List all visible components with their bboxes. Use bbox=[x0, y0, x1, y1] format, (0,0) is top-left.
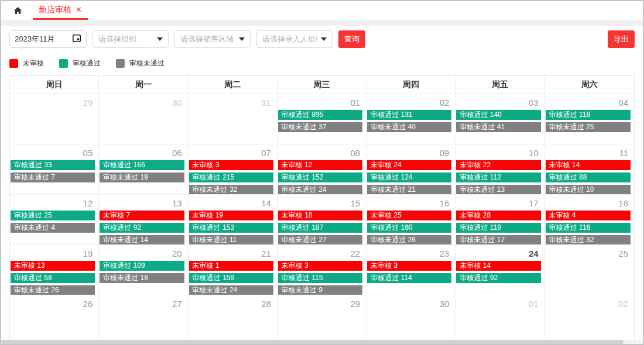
event-bar-failed[interactable]: 审核未通过 11 bbox=[189, 235, 273, 245]
event-bar-passed[interactable]: 审核通过 160 bbox=[367, 223, 451, 233]
event-bar-passed[interactable]: 审核通过 140 bbox=[456, 110, 540, 120]
event-bar-failed[interactable]: 审核未通过 40 bbox=[367, 122, 451, 132]
event-bar-passed[interactable]: 审核通过 114 bbox=[367, 273, 451, 283]
event-bar-passed[interactable]: 审核通过 88 bbox=[546, 172, 631, 182]
event-bar-passed[interactable]: 审核通过 119 bbox=[456, 223, 540, 233]
event-bar-unreviewed[interactable]: 未审核 14 bbox=[546, 160, 631, 170]
date-number: 01 bbox=[278, 94, 366, 110]
event-bar-passed[interactable]: 审核通过 124 bbox=[367, 172, 451, 182]
event-bar-failed[interactable]: 审核未通过 7 bbox=[11, 172, 95, 182]
event-bar-failed[interactable]: 审核未通过 25 bbox=[546, 122, 631, 132]
event-bar-failed[interactable]: 审核未通过 4 bbox=[11, 223, 95, 233]
event-bar-failed[interactable]: 审核未通过 10 bbox=[546, 185, 631, 195]
event-bar-failed[interactable]: 审核未通过 32 bbox=[546, 235, 631, 245]
query-button[interactable]: 查询 bbox=[338, 30, 365, 48]
event-bar-passed[interactable]: 审核通过 187 bbox=[278, 223, 362, 233]
org-select[interactable]: 请选择组织 bbox=[93, 30, 169, 48]
event-bar-passed[interactable]: 审核通过 215 bbox=[189, 172, 273, 182]
day-cell: 14未审核 19审核通过 153审核未通过 11 bbox=[189, 195, 278, 245]
event-bar-passed[interactable]: 审核通过 33 bbox=[11, 160, 95, 170]
legend-item-unreviewed: 未审核 bbox=[9, 58, 44, 68]
date-number: 12 bbox=[10, 195, 98, 211]
day-cell: 26 bbox=[10, 295, 99, 345]
horizontal-scrollbar bbox=[1, 340, 643, 344]
day-cell: 18未审核 4审核通过 116审核未通过 32 bbox=[545, 195, 634, 245]
event-bar-failed[interactable]: 审核未通过 24 bbox=[278, 185, 362, 195]
export-button[interactable]: 导出 bbox=[608, 30, 635, 48]
event-bar-unreviewed[interactable]: 未审核 22 bbox=[456, 160, 540, 170]
event-bar-passed[interactable]: 审核通过 895 bbox=[278, 110, 362, 120]
event-bar-passed[interactable]: 审核通过 92 bbox=[100, 223, 184, 233]
event-bar-passed[interactable]: 审核通过 109 bbox=[100, 261, 184, 271]
event-bar-passed[interactable]: 审核通过 58 bbox=[11, 273, 95, 283]
event-bar-failed[interactable]: 审核未通过 21 bbox=[367, 185, 451, 195]
event-bar-passed[interactable]: 审核通过 115 bbox=[278, 273, 362, 283]
event-bar-unreviewed[interactable]: 未审核 3 bbox=[367, 261, 451, 271]
event-bar-failed[interactable]: 审核未通过 27 bbox=[278, 235, 362, 245]
event-bar-unreviewed[interactable]: 未审核 28 bbox=[456, 211, 540, 220]
event-bar-passed[interactable]: 审核通过 112 bbox=[456, 172, 540, 182]
date-number: 06 bbox=[99, 144, 187, 160]
event-bar-unreviewed[interactable]: 未审核 13 bbox=[11, 261, 95, 271]
event-bar-passed[interactable]: 审核通过 25 bbox=[11, 211, 95, 220]
event-bar-failed[interactable]: 审核未通过 18 bbox=[100, 273, 184, 283]
chevron-down-icon bbox=[239, 37, 245, 41]
event-bar-unreviewed[interactable]: 未审核 18 bbox=[278, 211, 362, 220]
event-bar-passed[interactable]: 审核通过 92 bbox=[456, 273, 540, 283]
event-bar-unreviewed[interactable]: 未审核 25 bbox=[367, 211, 451, 220]
event-bar-passed[interactable]: 审核通过 153 bbox=[189, 223, 273, 233]
event-bar-failed[interactable]: 审核未通过 41 bbox=[456, 122, 540, 132]
event-bar-passed[interactable]: 审核通过 131 bbox=[367, 110, 451, 120]
entry-org-select[interactable]: 请选择录入人组织 bbox=[256, 30, 333, 48]
calendar-icon bbox=[72, 33, 81, 45]
sales-region-select[interactable]: 请选择销售区域 bbox=[174, 30, 251, 48]
event-bar-unreviewed[interactable]: 未审核 4 bbox=[546, 211, 631, 220]
event-bar-unreviewed[interactable]: 未审核 7 bbox=[100, 211, 184, 220]
event-bar-passed[interactable]: 审核通过 118 bbox=[546, 110, 631, 120]
event-bar-passed[interactable]: 审核通过 152 bbox=[278, 172, 362, 182]
home-icon[interactable] bbox=[12, 5, 23, 16]
date-number: 29 bbox=[10, 94, 98, 110]
day-cell: 11未审核 14审核通过 88审核未通过 10 bbox=[545, 144, 634, 195]
day-cell: 17未审核 28审核通过 119审核未通过 17 bbox=[455, 195, 544, 245]
tab-new-store-audit[interactable]: 新店审核 ✕ bbox=[33, 1, 88, 20]
tab-label: 新店审核 bbox=[39, 5, 71, 15]
event-bar-failed[interactable]: 审核未通过 13 bbox=[456, 185, 540, 195]
day-cell: 04审核通过 118审核未通过 25 bbox=[545, 94, 634, 144]
event-bar-failed[interactable]: 审核未通过 32 bbox=[189, 185, 273, 195]
horizontal-scrollbar-thumb[interactable] bbox=[1, 340, 624, 344]
event-bar-passed[interactable]: 审核通过 116 bbox=[546, 223, 631, 233]
month-picker-value: 2023年11月 bbox=[15, 34, 54, 44]
event-bar-passed[interactable]: 审核通过 159 bbox=[189, 273, 273, 283]
event-bar-failed[interactable]: 审核未通过 9 bbox=[278, 285, 362, 295]
event-bar-unreviewed[interactable]: 未审核 3 bbox=[189, 160, 273, 170]
event-bar-unreviewed[interactable]: 未审核 12 bbox=[278, 160, 362, 170]
event-bar-failed[interactable]: 审核未通过 26 bbox=[367, 235, 451, 245]
event-bar-unreviewed[interactable]: 未审核 3 bbox=[278, 261, 362, 271]
audit-calendar: 周日周一周二周三周四周五周六 29303101审核通过 895审核未通过 370… bbox=[9, 75, 635, 345]
day-cell: 06审核通过 166审核未通过 19 bbox=[99, 144, 188, 195]
day-cell: 29 bbox=[10, 94, 99, 144]
tab-close-icon[interactable]: ✕ bbox=[76, 5, 82, 14]
event-bar-unreviewed[interactable]: 未审核 14 bbox=[456, 261, 540, 271]
date-number: 09 bbox=[366, 144, 455, 160]
event-bar-unreviewed[interactable]: 未审核 1 bbox=[189, 261, 273, 271]
date-number-today: 24 bbox=[455, 245, 544, 261]
legend-swatch-unreviewed bbox=[9, 59, 18, 68]
event-bar-unreviewed[interactable]: 未审核 24 bbox=[367, 160, 451, 170]
date-number: 15 bbox=[278, 195, 366, 211]
event-bar-failed[interactable]: 审核未通过 19 bbox=[100, 172, 184, 182]
event-bar-unreviewed[interactable]: 未审核 19 bbox=[189, 211, 273, 220]
month-picker[interactable]: 2023年11月 bbox=[9, 30, 87, 48]
event-bar-failed[interactable]: 审核未通过 24 bbox=[189, 285, 273, 295]
weekday-header: 周一 bbox=[99, 76, 188, 94]
event-bar-passed[interactable]: 审核通过 166 bbox=[100, 160, 184, 170]
event-bar-failed[interactable]: 审核未通过 14 bbox=[100, 235, 184, 245]
day-cell: 02 bbox=[545, 295, 634, 345]
legend-item-failed: 审核未通过 bbox=[116, 58, 165, 68]
weekday-header: 周三 bbox=[278, 76, 366, 94]
event-bar-failed[interactable]: 审核未通过 17 bbox=[456, 235, 540, 245]
event-bar-failed[interactable]: 审核未通过 26 bbox=[11, 285, 95, 295]
event-bar-failed[interactable]: 审核未通过 37 bbox=[278, 122, 362, 132]
legend-label: 审核通过 bbox=[73, 58, 101, 68]
